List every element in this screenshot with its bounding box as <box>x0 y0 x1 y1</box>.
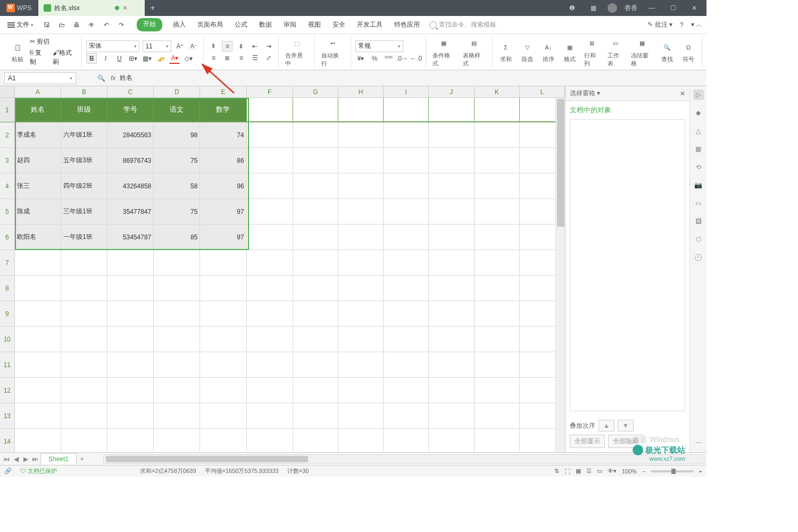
file-menu[interactable]: 文件 ▾ <box>4 19 37 31</box>
ribbon-tab-审阅[interactable]: 审阅 <box>282 18 297 31</box>
cell[interactable] <box>338 98 384 122</box>
close-window-button[interactable]: ✕ <box>687 1 701 15</box>
cell[interactable] <box>15 378 61 403</box>
cell[interactable] <box>338 173 384 198</box>
cell[interactable] <box>475 276 520 301</box>
cell[interactable] <box>293 352 338 377</box>
cell[interactable]: 班级 <box>61 98 107 122</box>
cell[interactable]: 六年级1班 <box>61 122 107 147</box>
ribbon-tab-安全[interactable]: 安全 <box>331 18 346 31</box>
cell[interactable]: 97 <box>200 199 246 224</box>
cell[interactable] <box>293 250 338 275</box>
cell[interactable] <box>429 429 474 452</box>
column-header[interactable]: D <box>154 86 200 97</box>
cell[interactable] <box>107 378 154 403</box>
cell[interactable] <box>475 327 520 352</box>
font-color-button[interactable]: A▾ <box>169 53 180 64</box>
cell[interactable] <box>107 301 154 326</box>
ribbon-tab-特色应用[interactable]: 特色应用 <box>393 18 421 31</box>
paste-button[interactable]: 📋粘贴 <box>9 39 27 64</box>
cell[interactable] <box>293 301 338 326</box>
cell[interactable] <box>384 301 429 326</box>
fx-icon[interactable]: fx <box>111 74 115 82</box>
cell[interactable] <box>154 352 200 377</box>
cell[interactable] <box>429 148 474 173</box>
cell[interactable] <box>15 250 61 275</box>
cell[interactable] <box>15 276 61 301</box>
row-header[interactable]: 8 <box>0 276 15 301</box>
cell[interactable] <box>200 378 246 403</box>
cell[interactable] <box>384 378 429 403</box>
sheet-nav-first[interactable]: ⏮ <box>2 455 11 463</box>
cell[interactable]: 43264858 <box>107 173 154 198</box>
cell[interactable] <box>107 429 154 452</box>
document-tab[interactable]: 姓名.xlsx ✕ <box>38 0 145 16</box>
cell[interactable] <box>475 148 520 173</box>
row-header[interactable]: 1 <box>0 98 15 122</box>
cell[interactable] <box>429 378 474 403</box>
rail-history-icon[interactable]: 🕘 <box>693 252 704 263</box>
cell[interactable] <box>200 352 246 377</box>
zoom-value[interactable]: 100% <box>622 468 637 475</box>
ribbon-tab-公式[interactable]: 公式 <box>234 18 248 31</box>
sort-button[interactable]: A↓排序 <box>539 39 558 64</box>
panel-close-icon[interactable]: ✕ <box>680 90 685 97</box>
link-icon[interactable]: 🔗 <box>4 468 12 475</box>
cell[interactable] <box>293 327 338 352</box>
copy-button[interactable]: ⎘ 复制 <box>30 48 47 66</box>
increase-decimal-icon[interactable]: .0→ <box>397 53 408 64</box>
cell[interactable]: 四年级2班 <box>61 173 107 198</box>
cell[interactable] <box>61 301 107 326</box>
cell[interactable] <box>384 403 429 428</box>
cell[interactable] <box>384 276 429 301</box>
print-preview-icon[interactable]: 👁 <box>87 20 96 30</box>
cell[interactable] <box>384 352 429 377</box>
cell[interactable]: 35477847 <box>107 199 154 224</box>
column-header[interactable]: F <box>247 86 293 97</box>
cell[interactable] <box>293 378 338 403</box>
cell[interactable] <box>429 327 474 352</box>
orientation-icon[interactable]: ⤢ <box>263 53 274 63</box>
cell[interactable] <box>107 352 154 377</box>
user-avatar[interactable] <box>608 3 617 13</box>
align-bottom-icon[interactable]: ⇟ <box>236 41 246 52</box>
cut-button[interactable]: ✂ 剪切 <box>30 37 77 46</box>
cell[interactable] <box>154 403 200 428</box>
cell[interactable] <box>429 225 474 250</box>
cell[interactable]: 75 <box>154 148 200 173</box>
cell[interactable] <box>200 276 246 301</box>
cell[interactable] <box>293 199 338 224</box>
cell[interactable] <box>154 429 200 452</box>
view-custom-icon[interactable]: ▭ <box>597 468 602 475</box>
notify-icon[interactable]: ❶ <box>565 1 579 15</box>
cell[interactable] <box>475 429 520 452</box>
sheet-nav-next[interactable]: ▶ <box>21 455 30 463</box>
cell[interactable] <box>429 98 474 122</box>
cell[interactable]: 75 <box>154 199 200 224</box>
cell-style-button[interactable]: ▦▾ <box>142 53 152 64</box>
grid-apps-icon[interactable]: ▦ <box>586 1 600 15</box>
cell[interactable] <box>475 122 520 147</box>
border-button[interactable]: ⊞▾ <box>128 53 138 64</box>
rail-clipboard-icon[interactable]: ▭ <box>693 198 704 209</box>
cell[interactable] <box>293 403 338 428</box>
minimize-button[interactable]: — <box>645 1 659 15</box>
cell[interactable] <box>15 301 61 326</box>
bold-button[interactable]: B <box>86 53 97 64</box>
cell[interactable] <box>154 378 200 403</box>
sheet-nav-prev[interactable]: ◀ <box>12 455 20 463</box>
cell[interactable] <box>293 148 338 173</box>
cell[interactable] <box>429 403 474 428</box>
bring-forward-button[interactable]: ▲ <box>598 420 614 431</box>
cell[interactable] <box>475 225 520 250</box>
cell[interactable]: 28405563 <box>107 122 154 147</box>
print-icon[interactable]: 🖶 <box>72 20 81 30</box>
cell[interactable] <box>154 301 200 326</box>
cell[interactable] <box>475 173 520 198</box>
table-style-button[interactable]: ▤表格样式 <box>461 36 488 69</box>
rail-table-icon[interactable]: ▦ <box>693 144 704 154</box>
send-backward-button[interactable]: ▼ <box>618 420 634 431</box>
row-header[interactable]: 7 <box>0 250 15 275</box>
cell[interactable] <box>15 352 61 377</box>
cell[interactable] <box>61 378 107 403</box>
